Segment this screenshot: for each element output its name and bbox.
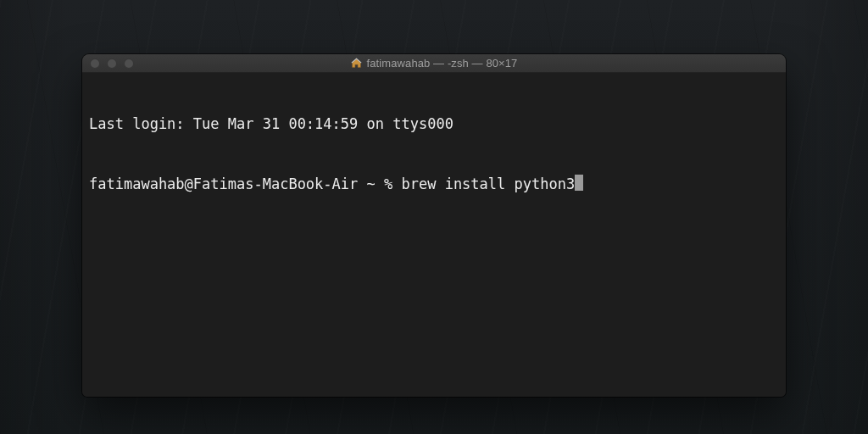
minimize-button[interactable] [107, 58, 117, 69]
cursor [575, 175, 583, 191]
zoom-button[interactable] [124, 58, 134, 69]
traffic-lights [90, 58, 134, 69]
home-icon [351, 58, 362, 69]
terminal-window: fatimawahab — -zsh — 80×17 Last login: T… [82, 54, 786, 397]
titlebar[interactable]: fatimawahab — -zsh — 80×17 [82, 54, 786, 73]
command-text[interactable]: brew install python3 [401, 175, 575, 194]
title-wrap: fatimawahab — -zsh — 80×17 [82, 57, 786, 70]
window-title: fatimawahab — -zsh — 80×17 [367, 57, 518, 70]
terminal-body[interactable]: Last login: Tue Mar 31 00:14:59 on ttys0… [82, 73, 786, 397]
prompt-text: fatimawahab@Fatimas-MacBook-Air ~ % [89, 175, 401, 194]
prompt-line: fatimawahab@Fatimas-MacBook-Air ~ % brew… [89, 173, 779, 194]
close-button[interactable] [90, 58, 100, 69]
last-login-line: Last login: Tue Mar 31 00:14:59 on ttys0… [89, 114, 779, 134]
